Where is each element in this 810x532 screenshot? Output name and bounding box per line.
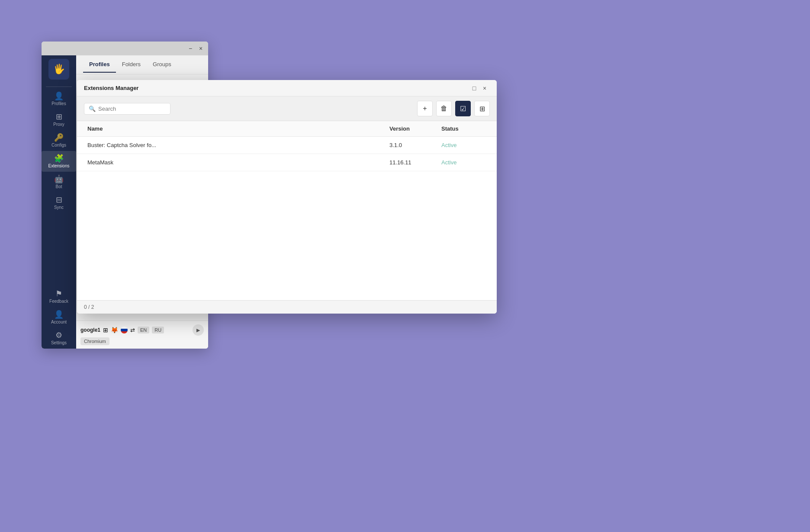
profile-browser-row: google1 ⊞ 🦊 ⇄ EN RU ▶ [80,324,204,336]
tab-groups[interactable]: Groups [147,57,177,73]
account-icon: 👤 [54,311,64,318]
sidebar-label-proxy: Proxy [53,122,64,127]
ext-name-2: MetaMask [84,154,386,171]
bottom-profile-bar: google1 ⊞ 🦊 ⇄ EN RU ▶ Chromium [76,320,208,349]
settings-icon: ⚙ [55,331,62,339]
profile-name: google1 [80,327,100,333]
browser-badge: Chromium [80,337,109,345]
search-icon: 🔍 [89,106,96,112]
logo-icon: 🖐 [53,64,65,75]
sidebar-item-bot[interactable]: 🤖 Bot [42,172,76,192]
ext-name-1: Buster: Captcha Solver fo... [84,137,386,154]
search-container: 🔍 [84,103,170,115]
col-header-version: Version [386,121,438,136]
sidebar-label-configs: Configs [51,143,66,147]
modal-maximize-button[interactable]: □ [469,83,479,93]
delete-icon: 🗑 [440,105,447,112]
sidebar-label-feedback: Feedback [49,299,68,304]
add-icon: + [423,105,427,112]
sidebar-label-settings: Settings [51,340,67,345]
lang-ru-badge[interactable]: RU [152,327,164,333]
sidebar-item-sync[interactable]: ⊟ Sync [42,192,76,213]
col-header-name: Name [84,121,386,136]
toggle-extension-button[interactable]: ☑ [455,101,471,116]
col-header-status: Status [438,121,490,136]
tabs-bar: Profiles Folders Groups [76,55,208,74]
close-button[interactable]: × [197,45,205,52]
sidebar-item-configs[interactable]: 🔑 Configs [42,130,76,151]
tab-profiles[interactable]: Profiles [83,57,116,73]
modal-close-icon: × [483,85,486,92]
table-row[interactable]: MetaMask 11.16.11 Active [77,154,497,171]
sidebar-label-account: Account [51,320,67,324]
sidebar-item-settings[interactable]: ⚙ Settings [42,328,76,349]
feedback-icon: ⚑ [55,290,62,298]
windows-icon: ⊞ [103,327,108,333]
columns-icon: ⊞ [479,105,485,113]
ext-version-2: 11.16.11 [386,154,438,171]
selection-count: 0 / 2 [84,304,94,310]
toolbar-actions: + 🗑 ☑ ⊞ [417,101,490,116]
desktop: − × 🖐 👤 Profiles ⊞ Proxy 🔑 [0,0,810,532]
modal-titlebar: Extensions Manager □ × [77,80,497,96]
sidebar: 🖐 👤 Profiles ⊞ Proxy 🔑 Configs 🧩 [42,55,76,349]
maximize-icon: □ [472,85,476,92]
sidebar-item-profiles[interactable]: 👤 Profiles [42,89,76,109]
sidebar-label-bot: Bot [55,184,62,189]
lang-en-badge[interactable]: EN [138,327,149,333]
ext-version-1: 3.1.0 [386,137,438,154]
sidebar-item-extensions[interactable]: 🧩 Extensions [42,151,76,172]
app-titlebar: − × [42,42,208,55]
configs-icon: 🔑 [54,134,64,141]
ext-status-2: Active [438,154,490,171]
modal-close-button[interactable]: × [479,83,490,93]
extensions-icon: 🧩 [54,154,64,162]
profiles-icon: 👤 [54,92,64,100]
modal-footer: 0 / 2 [77,300,497,314]
search-input[interactable] [98,106,166,112]
extensions-modal: Extensions Manager □ × 🔍 + 🗑 [77,80,497,314]
sidebar-logo: 🖐 [48,59,69,80]
sidebar-item-proxy[interactable]: ⊞ Proxy [42,109,76,130]
table-header: Name Version Status [77,121,497,137]
tab-folders[interactable]: Folders [116,57,147,73]
bot-icon: 🤖 [54,175,64,183]
firefox-icon: 🦊 [111,327,118,333]
proxy-icon: ⊞ [56,113,62,121]
columns-button[interactable]: ⊞ [474,101,490,116]
sidebar-item-feedback[interactable]: ⚑ Feedback [42,286,76,307]
sidebar-divider-top [46,87,72,87]
sidebar-label-sync: Sync [54,205,64,210]
minimize-button[interactable]: − [186,45,194,52]
flag-russia [121,327,128,333]
extensions-table: Name Version Status Buster: Captcha Solv… [77,121,497,300]
sync-icon: ⊟ [56,196,62,204]
toggle-icon: ☑ [460,105,466,113]
ext-status-1: Active [438,137,490,154]
modal-title: Extensions Manager [84,85,469,91]
modal-toolbar: 🔍 + 🗑 ☑ ⊞ [77,96,497,121]
sync-arrows-icon: ⇄ [130,327,135,333]
play-button[interactable]: ▶ [193,324,204,336]
sidebar-label-extensions: Extensions [48,163,70,168]
table-row[interactable]: Buster: Captcha Solver fo... 3.1.0 Activ… [77,137,497,154]
sidebar-label-profiles: Profiles [51,101,66,106]
sidebar-item-account[interactable]: 👤 Account [42,307,76,328]
delete-extension-button[interactable]: 🗑 [436,101,452,116]
add-extension-button[interactable]: + [417,101,433,116]
